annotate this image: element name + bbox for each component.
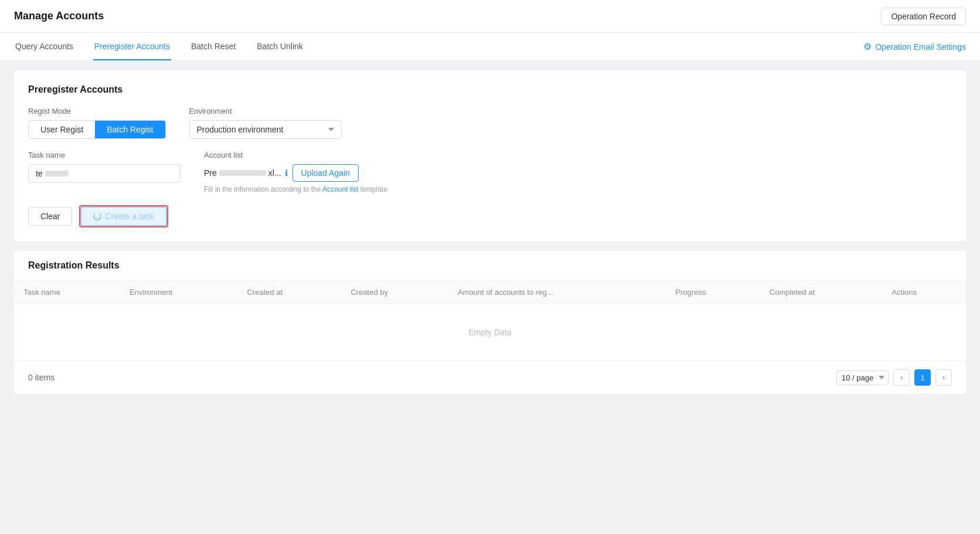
next-arrow-icon: › xyxy=(942,373,945,382)
preregister-form-card: Preregister Accounts Regist Mode User Re… xyxy=(14,70,966,242)
create-task-button[interactable]: Create a task xyxy=(80,206,166,226)
next-page-button[interactable]: › xyxy=(935,369,952,386)
results-section: Registration Results Task name Environme… xyxy=(14,251,966,394)
upload-again-button[interactable]: Upload Again xyxy=(292,164,359,182)
task-name-masked xyxy=(45,171,69,176)
col-completed-at: Completed at xyxy=(760,281,883,304)
col-environment: Environment xyxy=(120,281,237,304)
form-row-2: Task name te Account list Pre xl... ℹ xyxy=(28,151,952,193)
account-list-label: Account list xyxy=(204,151,387,159)
tab-batch-reset[interactable]: Batch Reset xyxy=(190,33,237,60)
empty-data-cell: Empty Data xyxy=(14,304,966,361)
content-area: Preregister Accounts Regist Mode User Re… xyxy=(0,61,980,403)
hint-text-before: Fill in the information according to the xyxy=(204,185,321,193)
prev-arrow-icon: ‹ xyxy=(900,373,903,382)
template-hint: Fill in the information according to the… xyxy=(204,185,387,193)
page-size-select[interactable]: 10 / page 20 / page 50 / page xyxy=(836,370,889,385)
gear-icon: ⚙ xyxy=(863,41,872,52)
tab-query-accounts[interactable]: Query Accounts xyxy=(14,33,74,60)
col-actions: Actions xyxy=(882,281,966,304)
account-list-group: Account list Pre xl... ℹ Upload Again Fi… xyxy=(204,151,387,193)
results-tbody: Empty Data xyxy=(14,304,966,361)
loading-spin-icon xyxy=(93,212,101,220)
file-suffix: xl... xyxy=(268,168,281,178)
col-created-by: Created by xyxy=(341,281,448,304)
create-task-label: Create a task xyxy=(105,212,154,221)
app-title: Manage Accounts xyxy=(14,10,104,22)
form-actions: Clear Create a task xyxy=(28,205,952,227)
results-table: Task name Environment Created at Created… xyxy=(14,281,966,361)
environment-group: Environment Production environment Stagi… xyxy=(189,107,342,139)
empty-row: Empty Data xyxy=(14,304,966,361)
batch-regist-btn[interactable]: Batch Regist xyxy=(95,121,165,138)
info-icon: ℹ xyxy=(285,168,288,178)
regist-mode-group: Regist Mode User Regist Batch Regist xyxy=(28,107,166,139)
page-1-button[interactable]: 1 xyxy=(914,369,931,386)
task-name-label: Task name xyxy=(28,151,181,159)
create-task-btn-wrapper: Create a task xyxy=(79,205,168,227)
pagination-controls: 10 / page 20 / page 50 / page ‹ 1 › xyxy=(836,369,952,386)
nav-bar: Query Accounts Preregister Accounts Batc… xyxy=(0,33,980,61)
regist-mode-label: Regist Mode xyxy=(28,107,166,115)
clear-button[interactable]: Clear xyxy=(28,207,72,226)
file-masked xyxy=(219,170,266,176)
email-settings-label: Operation Email Settings xyxy=(875,42,966,52)
results-table-container: Task name Environment Created at Created… xyxy=(14,281,966,361)
task-name-input[interactable]: te xyxy=(28,164,181,183)
col-progress: Progress xyxy=(666,281,760,304)
hint-text-after: template xyxy=(360,185,387,193)
account-list-upload: Pre xl... ℹ Upload Again Fill in the inf… xyxy=(204,164,387,193)
table-header-row: Task name Environment Created at Created… xyxy=(14,281,966,304)
col-created-at: Created at xyxy=(237,281,341,304)
file-name-display: Pre xl... ℹ xyxy=(204,168,288,178)
task-name-group: Task name te xyxy=(28,151,181,193)
environment-select[interactable]: Production environment Staging environme… xyxy=(189,120,342,139)
form-row-1: Regist Mode User Regist Batch Regist Env… xyxy=(28,107,952,139)
task-name-prefix: te xyxy=(36,169,43,178)
user-regist-btn[interactable]: User Regist xyxy=(29,121,95,138)
items-count: 0 items xyxy=(28,373,55,382)
tab-batch-unlink[interactable]: Batch Unlink xyxy=(256,33,304,60)
app-header: Manage Accounts Operation Record xyxy=(0,0,980,33)
email-settings-link[interactable]: ⚙ Operation Email Settings xyxy=(863,41,966,52)
col-amount: Amount of accounts to reg... xyxy=(448,281,666,304)
environment-label: Environment xyxy=(189,107,342,115)
pagination-bar: 0 items 10 / page 20 / page 50 / page ‹ … xyxy=(14,361,966,394)
file-row: Pre xl... ℹ Upload Again xyxy=(204,164,387,182)
results-title: Registration Results xyxy=(14,251,966,281)
file-prefix: Pre xyxy=(204,168,217,178)
operation-record-button[interactable]: Operation Record xyxy=(881,8,966,25)
regist-mode-toggle: User Regist Batch Regist xyxy=(28,120,166,139)
prev-page-button[interactable]: ‹ xyxy=(893,369,910,386)
account-list-template-link[interactable]: Account list xyxy=(322,185,358,193)
nav-tabs: Query Accounts Preregister Accounts Batc… xyxy=(14,33,304,60)
col-task-name: Task name xyxy=(14,281,120,304)
form-title: Preregister Accounts xyxy=(28,84,952,95)
tab-preregister-accounts[interactable]: Preregister Accounts xyxy=(93,33,171,60)
